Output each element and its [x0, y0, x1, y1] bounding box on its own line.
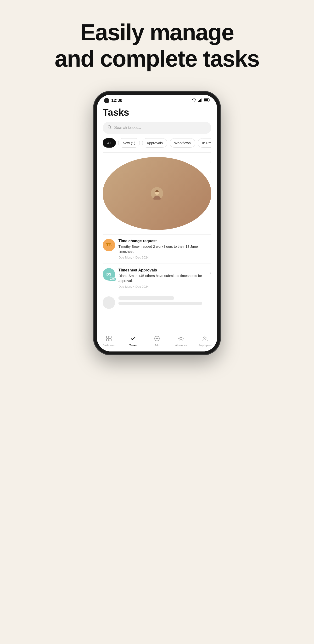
- avatar-timothy: TB: [103, 239, 115, 251]
- filter-tabs: All New (1) Approvals Workflows In Pro..…: [103, 138, 211, 148]
- search-bar[interactable]: Search tasks...: [103, 122, 211, 134]
- app-content: Tasks Search tasks... All New (1) Approv…: [97, 105, 217, 333]
- task-body-time-change: Time change request Timothy Brown added …: [118, 239, 211, 259]
- svg-rect-1: [199, 100, 200, 102]
- nav-item-dashboard[interactable]: Dashboard: [102, 336, 116, 347]
- employees-icon: [202, 336, 208, 343]
- nav-item-absences[interactable]: Absences: [174, 336, 188, 347]
- headline-line2: and complete tasks: [55, 46, 260, 72]
- partial-lines: [118, 296, 211, 309]
- absences-icon: [178, 336, 184, 343]
- signal-icon: [198, 98, 202, 103]
- page-title: Tasks: [103, 107, 211, 118]
- svg-point-16: [203, 336, 205, 338]
- task-item-absence-request[interactable]: Absence Request Sofia Hernandez requeste…: [103, 152, 211, 234]
- task-desc-timesheet: Diana Smith +45 others have submitted ti…: [118, 273, 211, 284]
- svg-rect-3: [202, 98, 202, 102]
- nav-label-absences: Absences: [175, 344, 187, 347]
- partial-line-1: [118, 296, 174, 300]
- headline-line1: Easily manage: [55, 19, 260, 46]
- nav-item-employees[interactable]: Employees: [198, 336, 212, 347]
- svg-rect-13: [109, 339, 111, 341]
- avatar-diana-wrap: DS +45: [103, 268, 115, 280]
- task-due-time-change: Due Mon, 4 Dec 2024: [118, 256, 211, 259]
- status-right: [192, 98, 210, 103]
- task-body-timesheet: Timesheet Approvals Diana Smith +45 othe…: [118, 268, 211, 288]
- task-item-timesheet-approvals[interactable]: DS +45 Timesheet Approvals Diana Smith +…: [103, 264, 211, 293]
- svg-point-15: [180, 337, 182, 340]
- chevron-right-icon-2: ›: [210, 241, 211, 246]
- dashboard-icon: [106, 336, 112, 343]
- avatar-partial: [103, 296, 115, 309]
- search-placeholder: Search tasks...: [114, 125, 141, 130]
- nav-label-add: Add: [155, 344, 159, 347]
- svg-rect-0: [198, 100, 199, 102]
- phone-screen: 12:30: [97, 95, 217, 352]
- tab-new[interactable]: New (1): [118, 138, 140, 148]
- tab-inpro[interactable]: In Pro...: [198, 138, 211, 148]
- status-left: 12:30: [104, 98, 122, 103]
- chevron-right-icon-3: ›: [210, 270, 211, 275]
- task-item-partial: [103, 293, 211, 309]
- nav-label-dashboard: Dashboard: [102, 344, 115, 347]
- svg-rect-2: [200, 99, 201, 102]
- svg-rect-12: [106, 339, 109, 341]
- svg-point-17: [206, 337, 207, 338]
- chevron-right-icon: ›: [210, 159, 211, 164]
- nav-item-tasks[interactable]: Tasks: [126, 336, 140, 347]
- nav-label-tasks: Tasks: [129, 344, 136, 347]
- svg-rect-11: [109, 336, 111, 338]
- nav-item-add[interactable]: Add: [150, 336, 164, 347]
- phone-mockup: 12:30: [94, 91, 220, 355]
- status-bar: 12:30: [97, 95, 217, 105]
- avatar-sofia: [103, 157, 211, 230]
- headline: Easily manage and complete tasks: [55, 19, 260, 72]
- wifi-icon: [192, 98, 197, 103]
- search-icon: [107, 125, 112, 130]
- task-title-timesheet: Timesheet Approvals: [118, 268, 211, 272]
- nav-label-employees: Employees: [199, 344, 212, 347]
- battery-icon: [204, 98, 210, 103]
- task-item-time-change[interactable]: TB Time change request Timothy Brown add…: [103, 234, 211, 264]
- task-due-timesheet: Due Mon, 4 Dec 2024: [118, 285, 211, 288]
- bottom-nav: Dashboard Tasks Add: [97, 333, 217, 352]
- tab-workflows[interactable]: Workflows: [170, 138, 195, 148]
- status-time: 12:30: [111, 98, 122, 103]
- task-desc-time-change: Timothy Brown added 2 work hours to thei…: [118, 244, 211, 254]
- tasks-icon: [130, 336, 136, 343]
- partial-line-2: [118, 302, 202, 305]
- add-icon: [154, 336, 160, 343]
- task-list: Absence Request Sofia Hernandez requeste…: [103, 152, 211, 333]
- tab-all[interactable]: All: [103, 138, 116, 148]
- avatar-badge: +45: [109, 277, 116, 282]
- camera-icon: [104, 98, 109, 103]
- tab-approvals[interactable]: Approvals: [142, 138, 167, 148]
- svg-rect-5: [204, 99, 208, 101]
- task-title-time-change: Time change request: [118, 239, 211, 243]
- svg-rect-10: [106, 336, 109, 338]
